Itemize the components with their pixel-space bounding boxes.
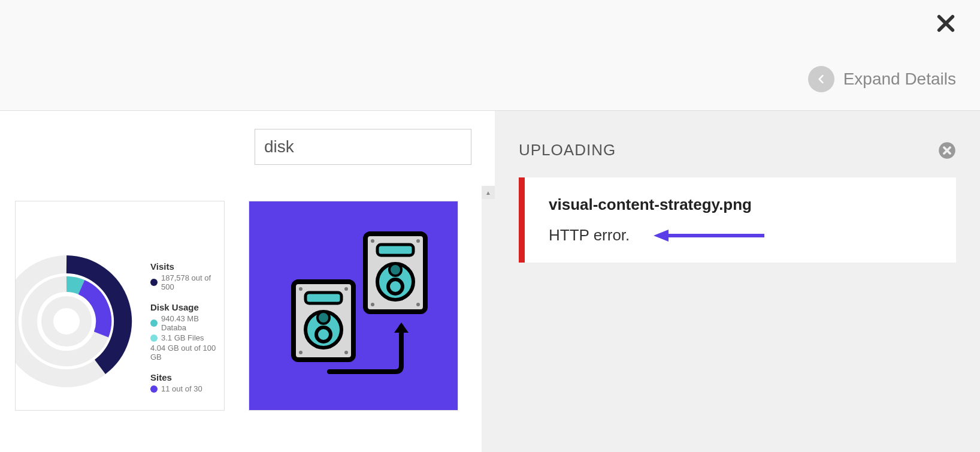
upload-header: UPLOADING <box>519 141 956 159</box>
close-icon <box>936 13 956 34</box>
svg-point-20 <box>344 351 348 354</box>
stat-disk-title: Disk Usage <box>150 302 224 312</box>
stat-disk-files: 3.1 GB Files <box>161 333 204 342</box>
svg-point-10 <box>371 303 374 306</box>
svg-point-19 <box>299 351 303 354</box>
arrow-annotation-icon <box>648 227 767 245</box>
close-circle-icon <box>938 141 956 159</box>
stat-sites-value: 11 out of 30 <box>161 384 202 393</box>
thumbnail-stats: Visits 187,578 out of 500 Disk Usage 940… <box>150 261 224 404</box>
svg-point-17 <box>299 287 303 291</box>
stat-visits-title: Visits <box>150 261 224 272</box>
right-panel: UPLOADING visual-content-strategy.png HT… <box>495 111 980 452</box>
expand-details-button[interactable]: Expand Details <box>808 66 956 92</box>
stat-disk-total: 4.04 GB out of 100 GB <box>150 343 224 361</box>
thumbnail-disk-icon[interactable] <box>249 201 458 411</box>
header: Expand Details <box>0 0 980 111</box>
dot-icon <box>150 385 158 393</box>
upload-title: UPLOADING <box>519 141 616 159</box>
thumbnail-dashboard[interactable]: Visits 187,578 out of 500 Disk Usage 940… <box>15 201 225 411</box>
svg-rect-13 <box>306 293 341 303</box>
donut-chart-icon <box>15 249 138 396</box>
close-button[interactable] <box>936 12 956 39</box>
stat-disk-db: 940.43 MB Databa <box>161 314 224 332</box>
svg-point-9 <box>416 239 420 243</box>
left-panel: Visits 187,578 out of 500 Disk Usage 940… <box>0 111 495 452</box>
stat-visits-value: 187,578 out of 500 <box>161 273 224 291</box>
upload-close-button[interactable] <box>938 141 956 159</box>
svg-point-6 <box>389 264 401 276</box>
scrollbar-up-button[interactable]: ▲ <box>482 186 495 199</box>
svg-point-11 <box>416 303 420 306</box>
stat-sites-title: Sites <box>150 372 224 382</box>
svg-rect-4 <box>377 245 413 255</box>
content: Visits 187,578 out of 500 Disk Usage 940… <box>0 111 980 452</box>
svg-point-15 <box>317 312 329 324</box>
dot-icon <box>150 279 158 286</box>
upload-item: visual-content-strategy.png HTTP error. <box>519 177 956 263</box>
upload-filename: visual-content-strategy.png <box>549 195 932 214</box>
dot-icon <box>150 335 158 342</box>
thumbnails: Visits 187,578 out of 500 Disk Usage 940… <box>12 201 483 411</box>
dot-icon <box>150 320 158 327</box>
svg-point-18 <box>344 287 348 291</box>
scrollbar[interactable]: ▲ <box>482 186 495 452</box>
upload-error-text: HTTP error. <box>549 226 630 245</box>
chevron-left-icon <box>808 66 834 92</box>
expand-details-label: Expand Details <box>843 70 956 89</box>
search-input[interactable] <box>255 129 471 165</box>
svg-point-8 <box>371 239 374 243</box>
disk-transfer-icon <box>276 222 431 390</box>
svg-point-2 <box>47 302 86 340</box>
